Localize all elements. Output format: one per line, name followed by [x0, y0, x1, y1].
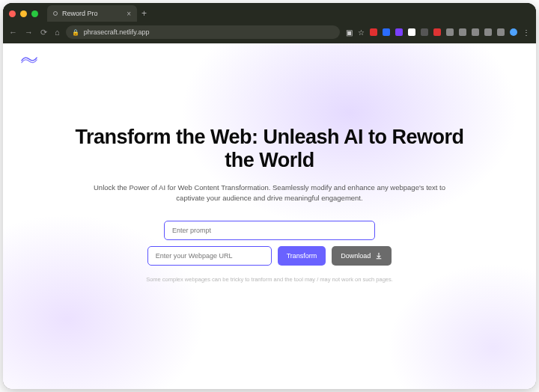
extension-icon[interactable] [459, 28, 466, 36]
address-bar-row: ← → ⟳ ⌂ 🔒 phrasecraft.netlify.app ▣ ☆ [3, 24, 536, 43]
menu-icon[interactable]: ⋮ [523, 28, 530, 37]
extension-icon[interactable] [408, 28, 415, 36]
browser-chrome: Reword Pro × + ← → ⟳ ⌂ 🔒 phrasecraft.net… [3, 3, 536, 43]
subheadline: Unlock the Power of AI for Web Content T… [90, 183, 449, 204]
extension-icons: ▣ ☆ ⋮ [346, 28, 530, 37]
close-tab-icon[interactable]: × [127, 10, 131, 18]
maximize-window-button[interactable] [31, 10, 38, 17]
download-icon [375, 252, 383, 260]
extension-icon[interactable] [370, 28, 377, 36]
extension-icon[interactable] [484, 28, 492, 36]
minimize-window-button[interactable] [20, 10, 27, 17]
prompt-input[interactable] [164, 221, 375, 240]
browser-window: Reword Pro × + ← → ⟳ ⌂ 🔒 phrasecraft.net… [3, 3, 536, 389]
star-icon[interactable]: ☆ [358, 28, 365, 37]
lock-icon: 🔒 [72, 29, 79, 36]
extension-icon[interactable] [395, 28, 403, 36]
disclaimer-text: Some complex webpages can be tricky to t… [146, 276, 393, 284]
tab-favicon [53, 11, 58, 16]
transform-button[interactable]: Transform [278, 246, 326, 266]
window-controls [9, 10, 38, 17]
url-text: phrasecraft.netlify.app [84, 28, 150, 36]
page-viewport: Transform the Web: Unleash AI to Reword … [3, 43, 536, 389]
download-button-label: Download [341, 252, 371, 260]
nav-controls: ← → ⟳ ⌂ [9, 28, 60, 37]
home-button[interactable]: ⌂ [55, 28, 60, 37]
browser-tab[interactable]: Reword Pro × [47, 5, 137, 22]
new-tab-button[interactable]: + [141, 8, 147, 19]
extension-icon[interactable] [383, 28, 390, 36]
forward-button[interactable]: → [25, 28, 33, 37]
reload-button[interactable]: ⟳ [40, 28, 47, 37]
url-bar[interactable]: 🔒 phrasecraft.netlify.app [66, 25, 340, 39]
close-window-button[interactable] [9, 10, 16, 17]
hero-section: Transform the Web: Unleash AI to Reword … [3, 43, 536, 284]
profile-avatar[interactable] [510, 28, 517, 36]
extension-icon[interactable] [446, 28, 454, 36]
headline: Transform the Web: Unleash AI to Reword … [75, 126, 464, 172]
extension-icon[interactable] [433, 28, 441, 36]
extension-icon[interactable] [497, 28, 505, 36]
url-input[interactable] [147, 246, 272, 266]
transform-button-label: Transform [287, 252, 317, 260]
reader-icon[interactable]: ▣ [346, 28, 353, 37]
extension-icon[interactable] [472, 28, 479, 36]
download-button[interactable]: Download [332, 246, 392, 266]
extension-icon[interactable] [421, 28, 428, 36]
tab-bar: Reword Pro × + [3, 3, 536, 24]
back-button[interactable]: ← [9, 28, 17, 37]
tab-title: Reword Pro [62, 10, 98, 17]
transform-form: Transform Download Some complex webpages… [146, 221, 393, 284]
